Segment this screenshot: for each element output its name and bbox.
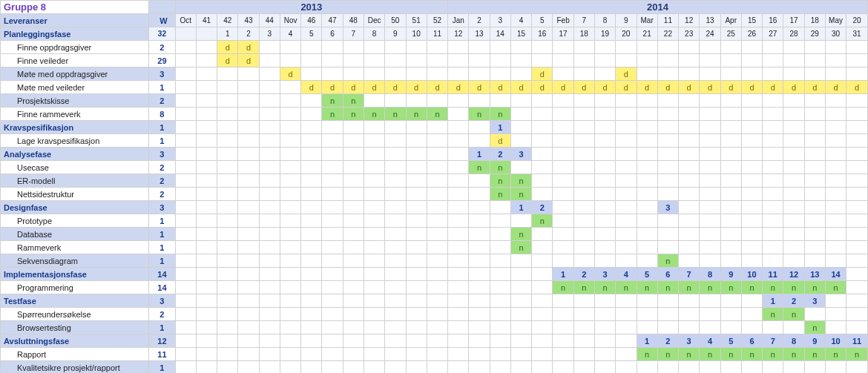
gantt-cell: 2 xyxy=(490,148,510,161)
gantt-cell xyxy=(385,254,406,268)
gantt-cell xyxy=(427,281,447,294)
gantt-cell xyxy=(657,294,678,308)
gantt-cell xyxy=(594,54,615,67)
gantt-cell: n xyxy=(783,348,804,361)
gantt-cell xyxy=(616,134,637,148)
week-index: 26 xyxy=(741,27,762,41)
week-index xyxy=(175,27,196,41)
gantt-cell: n xyxy=(679,281,700,294)
gantt-cell xyxy=(322,268,343,281)
gantt-cell xyxy=(196,174,217,188)
gantt-cell xyxy=(783,148,804,161)
gantt-cell xyxy=(763,67,783,81)
gantt-cell xyxy=(322,294,343,308)
gantt-cell xyxy=(301,174,322,188)
gantt-cell xyxy=(594,348,615,361)
gantt-cell: n xyxy=(406,108,427,121)
gantt-cell xyxy=(301,161,322,174)
gantt-cell: d xyxy=(804,81,825,94)
gantt-cell xyxy=(741,254,762,268)
gantt-cell: n xyxy=(657,281,678,294)
gantt-cell xyxy=(720,94,741,108)
gantt-cell xyxy=(322,41,343,54)
gantt-cell xyxy=(825,41,846,54)
gantt-cell xyxy=(510,361,531,374)
week-index: 5 xyxy=(301,27,322,41)
gantt-cell: 3 xyxy=(594,268,615,281)
gantt-cell: n xyxy=(763,308,783,321)
task-name: Rapport xyxy=(1,348,149,361)
gantt-cell: n xyxy=(490,161,510,174)
gantt-cell xyxy=(259,148,280,161)
gantt-cell xyxy=(490,41,510,54)
gantt-cell: 8 xyxy=(700,268,720,281)
gantt-cell xyxy=(217,361,238,374)
gantt-cell xyxy=(573,188,594,201)
gantt-cell xyxy=(616,228,637,241)
gantt-cell: 3 xyxy=(510,148,531,161)
gantt-cell: d xyxy=(553,81,573,94)
gantt-cell xyxy=(280,188,300,201)
gantt-cell xyxy=(217,201,238,214)
gantt-cell xyxy=(783,241,804,254)
gantt-cell xyxy=(763,148,783,161)
gantt-cell: n xyxy=(510,188,531,201)
gantt-cell xyxy=(594,67,615,81)
gantt-cell xyxy=(783,188,804,201)
gantt-cell xyxy=(594,201,615,214)
gantt-cell xyxy=(741,241,762,254)
gantt-cell xyxy=(720,294,741,308)
gantt-cell xyxy=(217,134,238,148)
task-name: Browsertesting xyxy=(1,321,149,334)
gantt-cell xyxy=(679,241,700,254)
gantt-cell xyxy=(259,161,280,174)
gantt-cell xyxy=(594,121,615,134)
gantt-cell: n xyxy=(532,214,553,228)
gantt-cell xyxy=(280,268,300,281)
gantt-cell xyxy=(594,321,615,334)
gantt-cell: d xyxy=(763,81,783,94)
gantt-cell xyxy=(763,121,783,134)
gantt-cell xyxy=(406,361,427,374)
gantt-cell xyxy=(301,334,322,348)
gantt-cell xyxy=(720,41,741,54)
gantt-cell xyxy=(217,294,238,308)
gantt-cell xyxy=(343,268,364,281)
gantt-cell xyxy=(846,201,868,214)
duration-weeks: 2 xyxy=(149,41,175,54)
week-index: 13 xyxy=(469,27,490,41)
gantt-cell xyxy=(259,214,280,228)
gantt-cell xyxy=(783,54,804,67)
gantt-cell xyxy=(804,108,825,121)
gantt-cell xyxy=(825,201,846,214)
gantt-cell xyxy=(196,67,217,81)
gantt-cell xyxy=(217,268,238,281)
gantt-cell: n xyxy=(763,348,783,361)
gantt-cell: d xyxy=(510,81,531,94)
gantt-cell xyxy=(301,134,322,148)
gantt-cell xyxy=(259,294,280,308)
gantt-cell: d xyxy=(217,41,238,54)
gantt-cell xyxy=(259,361,280,374)
gantt-cell xyxy=(700,67,720,81)
gantt-cell xyxy=(804,188,825,201)
gantt-cell xyxy=(657,108,678,121)
gantt-cell xyxy=(741,201,762,214)
gantt-cell xyxy=(364,321,384,334)
gantt-cell xyxy=(720,174,741,188)
gantt-cell xyxy=(616,334,637,348)
gantt-cell xyxy=(783,121,804,134)
gantt-cell: n xyxy=(741,348,762,361)
gantt-cell xyxy=(510,334,531,348)
gantt-cell xyxy=(322,281,343,294)
month-week-label: 52 xyxy=(427,14,447,27)
gantt-cell xyxy=(364,294,384,308)
month-week-label: 20 xyxy=(846,14,868,27)
gantt-cell xyxy=(700,308,720,321)
gantt-cell xyxy=(217,108,238,121)
week-index: 7 xyxy=(343,27,364,41)
gantt-cell xyxy=(364,361,384,374)
gantt-cell xyxy=(700,134,720,148)
gantt-cell: d xyxy=(741,81,762,94)
gantt-cell xyxy=(490,254,510,268)
